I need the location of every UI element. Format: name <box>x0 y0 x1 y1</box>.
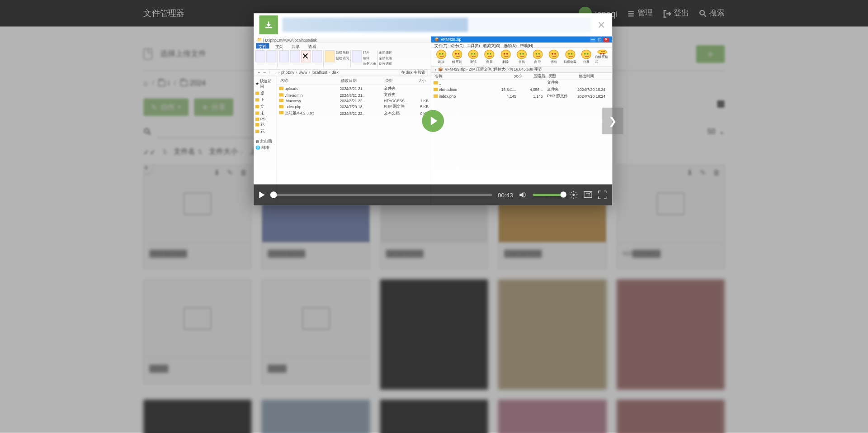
pip-icon[interactable] <box>584 190 593 200</box>
explorer-tab: 主页 <box>273 43 286 48</box>
fullscreen-icon[interactable] <box>598 190 607 200</box>
explorer-tab: 文件 <box>256 43 269 48</box>
volume-slider[interactable] <box>533 194 564 196</box>
winrar-window: 📦 VFM429.zip —▢✕ 文件(F) 命令(C) 工具(S) 收藏夹(O… <box>431 37 612 205</box>
explorer-tree: ★快速访问 桌 下 文 未 PS 花 花 🖥此电脑 🌐网络 <box>254 76 277 202</box>
explorer-file-list: 名称 修改日期 类型 大小 uploads2024/8/21 21...文件夹v… <box>277 76 430 202</box>
next-button[interactable]: ❯ <box>602 108 623 134</box>
settings-icon[interactable] <box>569 190 578 200</box>
explorer-window: 📁 | D:\phpEnv\www\localhost\disk 文件 主页 共… <box>254 37 431 205</box>
explorer-tab: 查看 <box>306 43 319 48</box>
video-frame: 📁 | D:\phpEnv\www\localhost\disk 文件 主页 共… <box>254 37 612 205</box>
modal-filename <box>283 18 591 32</box>
explorer-tab: 共享 <box>289 43 302 48</box>
time-display: 00:43 <box>498 191 513 198</box>
play-button[interactable] <box>259 191 264 198</box>
svg-point-2 <box>572 194 575 196</box>
modal-header: ✕ <box>254 13 612 36</box>
volume-handle[interactable] <box>561 191 566 197</box>
seek-handle[interactable] <box>270 191 277 198</box>
download-icon <box>264 20 273 29</box>
video-area[interactable]: 📁 | D:\phpEnv\www\localhost\disk 文件 主页 共… <box>254 37 612 205</box>
volume-icon[interactable] <box>519 190 528 200</box>
player-controls: 00:43 <box>254 184 612 205</box>
download-button[interactable] <box>259 15 278 34</box>
seek-bar[interactable] <box>270 194 492 196</box>
close-button[interactable]: ✕ <box>596 19 607 30</box>
play-overlay-button[interactable] <box>422 110 444 132</box>
play-icon <box>430 116 437 125</box>
video-modal: ✕ 📁 | D:\phpEnv\www\localhost\disk 文件 主页… <box>254 13 612 205</box>
